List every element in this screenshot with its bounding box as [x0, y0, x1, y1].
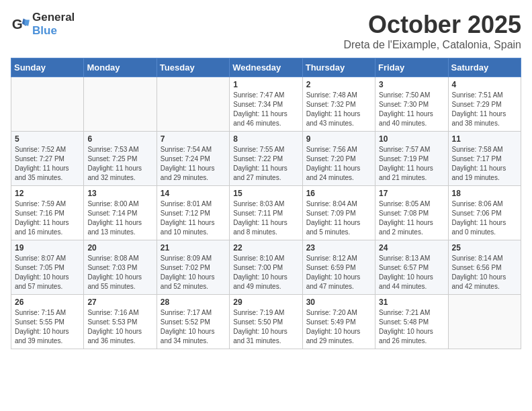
day-info: Sunrise: 7:53 AMSunset: 7:25 PMDaylight:…	[87, 145, 152, 183]
page-header: G General Blue October 2025 Dreta de l'E…	[11, 11, 521, 51]
logo-text: General Blue	[32, 11, 75, 38]
day-number: 22	[233, 243, 298, 253]
day-info: Sunrise: 8:01 AMSunset: 7:12 PMDaylight:…	[161, 199, 226, 237]
calendar-cell: 5Sunrise: 7:52 AMSunset: 7:27 PMDaylight…	[11, 132, 84, 186]
calendar-week-3: 12Sunrise: 7:59 AMSunset: 7:16 PMDayligh…	[11, 186, 521, 240]
calendar-cell: 4Sunrise: 7:51 AMSunset: 7:29 PMDaylight…	[448, 77, 521, 132]
day-number: 1	[233, 80, 298, 89]
calendar-table: SundayMondayTuesdayWednesdayThursdayFrid…	[11, 58, 521, 349]
day-number: 29	[233, 298, 298, 307]
day-info: Sunrise: 8:09 AMSunset: 7:02 PMDaylight:…	[161, 254, 226, 291]
calendar-cell: 17Sunrise: 8:05 AMSunset: 7:08 PMDayligh…	[375, 186, 448, 240]
day-info: Sunrise: 7:17 AMSunset: 5:52 PMDaylight:…	[161, 308, 226, 346]
day-info: Sunrise: 8:00 AMSunset: 7:14 PMDaylight:…	[87, 199, 152, 237]
day-number: 13	[87, 189, 152, 198]
calendar-cell: 31Sunrise: 7:21 AMSunset: 5:48 PMDayligh…	[375, 295, 448, 349]
calendar-week-2: 5Sunrise: 7:52 AMSunset: 7:27 PMDaylight…	[11, 132, 521, 186]
day-number: 18	[452, 189, 517, 198]
day-info: Sunrise: 8:10 AMSunset: 7:00 PMDaylight:…	[233, 254, 298, 291]
day-number: 4	[452, 80, 517, 89]
calendar-cell: 24Sunrise: 8:13 AMSunset: 6:57 PMDayligh…	[375, 240, 448, 295]
day-number: 26	[15, 298, 80, 307]
calendar-cell: 3Sunrise: 7:50 AMSunset: 7:30 PMDaylight…	[375, 77, 448, 132]
day-info: Sunrise: 7:58 AMSunset: 7:17 PMDaylight:…	[452, 145, 517, 183]
calendar-cell: 16Sunrise: 8:04 AMSunset: 7:09 PMDayligh…	[302, 186, 375, 240]
calendar-cell: 6Sunrise: 7:53 AMSunset: 7:25 PMDaylight…	[84, 132, 157, 186]
calendar-cell: 22Sunrise: 8:10 AMSunset: 7:00 PMDayligh…	[230, 240, 302, 295]
calendar-cell: 30Sunrise: 7:20 AMSunset: 5:49 PMDayligh…	[302, 295, 375, 349]
day-info: Sunrise: 8:07 AMSunset: 7:05 PMDaylight:…	[15, 254, 80, 291]
day-info: Sunrise: 8:13 AMSunset: 6:57 PMDaylight:…	[379, 254, 444, 291]
day-info: Sunrise: 7:52 AMSunset: 7:27 PMDaylight:…	[15, 145, 80, 183]
day-info: Sunrise: 7:59 AMSunset: 7:16 PMDaylight:…	[15, 199, 80, 237]
day-number: 23	[306, 243, 371, 253]
day-info: Sunrise: 8:14 AMSunset: 6:56 PMDaylight:…	[452, 254, 517, 291]
calendar-cell: 14Sunrise: 8:01 AMSunset: 7:12 PMDayligh…	[157, 186, 229, 240]
calendar-cell: 15Sunrise: 8:03 AMSunset: 7:11 PMDayligh…	[230, 186, 302, 240]
day-number: 19	[15, 243, 80, 253]
weekday-header-sunday: Sunday	[11, 58, 84, 77]
day-number: 5	[15, 134, 80, 144]
calendar-cell: 20Sunrise: 8:08 AMSunset: 7:03 PMDayligh…	[84, 240, 157, 295]
day-number: 8	[233, 134, 298, 144]
svg-text:G: G	[12, 16, 23, 32]
weekday-header-row: SundayMondayTuesdayWednesdayThursdayFrid…	[11, 58, 521, 77]
day-info: Sunrise: 7:56 AMSunset: 7:20 PMDaylight:…	[306, 145, 371, 183]
calendar-cell: 23Sunrise: 8:12 AMSunset: 6:59 PMDayligh…	[302, 240, 375, 295]
calendar-week-4: 19Sunrise: 8:07 AMSunset: 7:05 PMDayligh…	[11, 240, 521, 295]
day-number: 14	[161, 189, 226, 198]
location-subtitle: Dreta de l'Eixample, Catalonia, Spain	[343, 39, 521, 51]
day-number: 6	[87, 134, 152, 144]
day-number: 25	[452, 243, 517, 253]
day-info: Sunrise: 7:57 AMSunset: 7:19 PMDaylight:…	[379, 145, 444, 183]
weekday-header-thursday: Thursday	[302, 58, 375, 77]
calendar-cell	[157, 77, 229, 132]
calendar-cell: 25Sunrise: 8:14 AMSunset: 6:56 PMDayligh…	[448, 240, 521, 295]
calendar-cell	[448, 295, 521, 349]
calendar-cell: 7Sunrise: 7:54 AMSunset: 7:24 PMDaylight…	[157, 132, 229, 186]
day-number: 27	[87, 298, 152, 307]
day-number: 11	[452, 134, 517, 144]
calendar-cell: 13Sunrise: 8:00 AMSunset: 7:14 PMDayligh…	[84, 186, 157, 240]
day-number: 12	[15, 189, 80, 198]
logo: G General Blue	[11, 11, 75, 38]
day-number: 9	[306, 134, 371, 144]
calendar-cell: 8Sunrise: 7:55 AMSunset: 7:22 PMDaylight…	[230, 132, 302, 186]
calendar-cell: 27Sunrise: 7:16 AMSunset: 5:53 PMDayligh…	[84, 295, 157, 349]
calendar-cell	[11, 77, 84, 132]
calendar-cell: 9Sunrise: 7:56 AMSunset: 7:20 PMDaylight…	[302, 132, 375, 186]
day-info: Sunrise: 7:54 AMSunset: 7:24 PMDaylight:…	[161, 145, 226, 183]
day-info: Sunrise: 7:15 AMSunset: 5:55 PMDaylight:…	[15, 308, 80, 346]
day-info: Sunrise: 7:55 AMSunset: 7:22 PMDaylight:…	[233, 145, 298, 183]
calendar-cell: 1Sunrise: 7:47 AMSunset: 7:34 PMDaylight…	[230, 77, 302, 132]
month-title: October 2025	[343, 11, 521, 39]
day-number: 30	[306, 298, 371, 307]
title-area: October 2025 Dreta de l'Eixample, Catalo…	[343, 11, 521, 51]
day-info: Sunrise: 7:19 AMSunset: 5:50 PMDaylight:…	[233, 308, 298, 346]
day-number: 7	[161, 134, 226, 144]
day-info: Sunrise: 7:47 AMSunset: 7:34 PMDaylight:…	[233, 91, 298, 128]
day-info: Sunrise: 8:08 AMSunset: 7:03 PMDaylight:…	[87, 254, 152, 291]
day-info: Sunrise: 8:12 AMSunset: 6:59 PMDaylight:…	[306, 254, 371, 291]
weekday-header-friday: Friday	[375, 58, 448, 77]
day-info: Sunrise: 8:04 AMSunset: 7:09 PMDaylight:…	[306, 199, 371, 237]
day-number: 10	[379, 134, 444, 144]
day-info: Sunrise: 7:50 AMSunset: 7:30 PMDaylight:…	[379, 91, 444, 128]
logo-icon: G	[11, 15, 30, 34]
weekday-header-tuesday: Tuesday	[157, 58, 229, 77]
day-number: 2	[306, 80, 371, 89]
day-number: 28	[161, 298, 226, 307]
calendar-cell: 11Sunrise: 7:58 AMSunset: 7:17 PMDayligh…	[448, 132, 521, 186]
day-info: Sunrise: 7:21 AMSunset: 5:48 PMDaylight:…	[379, 308, 444, 346]
weekday-header-monday: Monday	[84, 58, 157, 77]
weekday-header-saturday: Saturday	[448, 58, 521, 77]
calendar-cell: 12Sunrise: 7:59 AMSunset: 7:16 PMDayligh…	[11, 186, 84, 240]
day-number: 15	[233, 189, 298, 198]
day-number: 17	[379, 189, 444, 198]
calendar-cell	[84, 77, 157, 132]
day-number: 24	[379, 243, 444, 253]
day-info: Sunrise: 7:20 AMSunset: 5:49 PMDaylight:…	[306, 308, 371, 346]
day-number: 21	[161, 243, 226, 253]
calendar-cell: 10Sunrise: 7:57 AMSunset: 7:19 PMDayligh…	[375, 132, 448, 186]
day-info: Sunrise: 8:03 AMSunset: 7:11 PMDaylight:…	[233, 199, 298, 237]
